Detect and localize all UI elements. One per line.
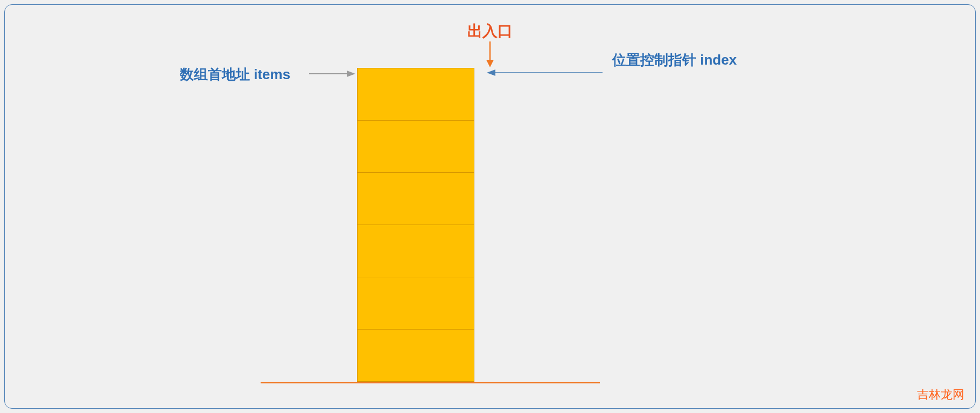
- watermark: 吉林龙网: [917, 387, 964, 403]
- stack-cell: [357, 225, 474, 277]
- stack-cell: [357, 172, 474, 225]
- stack-cell: [357, 68, 474, 121]
- entry-label: 出入口: [467, 21, 513, 41]
- arrow-left-icon: [487, 68, 603, 79]
- svg-marker-5: [487, 69, 495, 76]
- arrow-right-icon: [309, 69, 355, 80]
- diagram-frame: 出入口 数组首地址 items 位置控制指针 index 吉林龙网: [4, 4, 976, 409]
- arrow-down-icon: [485, 41, 495, 69]
- left-label: 数组首地址 items: [180, 65, 290, 84]
- stack-cell: [357, 329, 474, 382]
- svg-marker-3: [347, 71, 355, 77]
- base-line: [261, 382, 600, 383]
- right-label: 位置控制指针 index: [612, 51, 737, 69]
- stack-cell: [357, 277, 474, 330]
- stack-cell: [357, 120, 474, 173]
- stack-array: [357, 68, 474, 381]
- svg-marker-1: [486, 60, 494, 67]
